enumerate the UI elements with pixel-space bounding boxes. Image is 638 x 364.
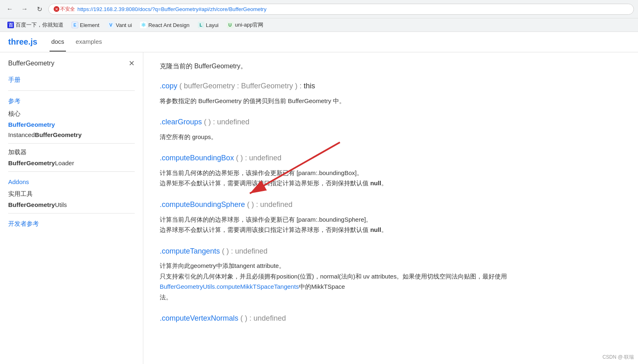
tab-examples[interactable]: examples (74, 32, 104, 52)
sidebar-header: BufferGeometry ✕ (0, 59, 143, 73)
method-cleargroups-link[interactable]: .clearGroups (160, 118, 202, 126)
sidebar-item-buffer-geometry[interactable]: BufferGeometry (0, 119, 143, 130)
sidebar-item-dev-reference[interactable]: 开发者参考 (0, 217, 143, 231)
method-computetangents: .computeTangents ( ) : undefined 计算并向此ge… (160, 245, 622, 303)
method-cleargroups-params: ( ) : undefined (204, 118, 249, 126)
method-computeboundingsphere-params: ( ) : undefined (247, 200, 292, 209)
element-icon: E (72, 22, 78, 28)
sidebar-group-utils: 实用工具 (0, 189, 143, 200)
url-text: https://192.168.2.39:8080/docs/?q=Buffer… (77, 6, 267, 12)
bookmark-react-ant-label: React Ant Design (148, 22, 189, 28)
method-computevertexnormals-link[interactable]: .computeVertexNormals (160, 314, 238, 322)
back-button[interactable]: ← (4, 3, 16, 15)
method-copy-desc: 将参数指定的 BufferGeometry 的值拷贝到当前 BufferGeom… (160, 96, 622, 106)
method-computeboundingsphere-desc1: 计算当前几何体的的边界球形，该操作会更新已有 [param:.boundingS… (160, 214, 622, 225)
sidebar-title: BufferGeometry (8, 60, 54, 67)
method-computevertexnormals: .computeVertexNormals ( ) : undefined (160, 312, 622, 325)
vant-icon: V (108, 22, 114, 28)
sidebar-group-loaders: 加载器 (0, 147, 143, 158)
bookmark-element[interactable]: E Element (68, 20, 103, 29)
bookmark-vant-label: Vant ui (116, 22, 132, 28)
baidu-icon: 百 (7, 22, 14, 28)
sidebar-item-buffer-geometry-utils[interactable]: BufferGeometryUtils (0, 200, 143, 210)
method-copy-signature: .copy ( bufferGeometry : BufferGeometry … (160, 80, 622, 92)
method-copy-params: ( bufferGeometry : BufferGeometry ) : (179, 82, 303, 90)
forward-button[interactable]: → (19, 3, 30, 15)
bookmark-layui-label: Layui (206, 22, 219, 28)
method-copy: .copy ( bufferGeometry : BufferGeometry … (160, 80, 622, 106)
method-computeboundingbox-desc2: 边界矩形不会默认计算，需要调用该接口指定计算边界矩形，否则保持默认值 null。 (160, 178, 622, 189)
site-header: three.js docs examples (0, 32, 638, 52)
sidebar-item-addons[interactable]: Addons (0, 175, 143, 189)
reload-button[interactable]: ↻ (34, 3, 45, 15)
divider-1 (8, 90, 135, 91)
buffer-geometry-utils-link[interactable]: BufferGeometryUtils.computeMikkTSpaceTan… (160, 283, 299, 290)
bookmark-vant[interactable]: V Vant ui (104, 20, 136, 29)
site-logo[interactable]: three.js (8, 37, 37, 47)
layui-icon: L (198, 22, 204, 28)
bookmark-react-ant[interactable]: ⚛ React Ant Design (137, 20, 192, 29)
browser-toolbar: ← → ↻ ✕ 不安全 https://192.168.2.39:8080/do… (0, 0, 638, 18)
content-area: BufferGeometry ✕ 手册 参考 核心 BufferGeometry… (0, 52, 638, 364)
method-computetangents-desc3: 法。 (160, 292, 622, 303)
divider-2 (8, 143, 135, 144)
sidebar-item-instanced-buffer-geometry[interactable]: InstancedBufferGeometry (0, 130, 143, 140)
method-computetangents-params: ( ) : undefined (222, 247, 267, 255)
bookmark-element-label: Element (80, 22, 100, 28)
csdn-watermark: CSDN @·联瑞 (602, 354, 634, 361)
doc-content: 克隆当前的 BufferGeometry。 .copy ( bufferGeom… (143, 52, 638, 364)
method-computeboundingbox-signature: .computeBoundingBox ( ) : undefined (160, 152, 622, 164)
method-copy-return: this (304, 82, 315, 90)
method-computeboundingsphere-signature: .computeBoundingSphere ( ) : undefined (160, 198, 622, 211)
sidebar-item-instanced-label: InstancedBufferGeometry (8, 131, 81, 138)
security-label: 不安全 (60, 6, 75, 13)
method-cleargroups: .clearGroups ( ) : undefined 清空所有的 group… (160, 116, 622, 142)
method-computeboundingbox-desc1: 计算当前几何体的的边界矩形，该操作会更新已有 [param:.boundingB… (160, 168, 622, 178)
method-computeboundingsphere-link[interactable]: .computeBoundingSphere (160, 200, 245, 209)
method-cleargroups-desc: 清空所有的 groups。 (160, 132, 622, 142)
uniapp-icon: U (227, 22, 233, 28)
method-computevertexnormals-signature: .computeVertexNormals ( ) : undefined (160, 312, 622, 325)
method-computeboundingbox: .computeBoundingBox ( ) : undefined 计算当前… (160, 152, 622, 189)
sidebar-item-loader-label: BufferGeometryLoader (8, 160, 74, 166)
sidebar: BufferGeometry ✕ 手册 参考 核心 BufferGeometry… (0, 52, 143, 364)
react-ant-icon: ⚛ (140, 22, 147, 28)
method-computetangents-link[interactable]: .computeTangents (160, 247, 220, 255)
browser-chrome: ← → ↻ ✕ 不安全 https://192.168.2.39:8080/do… (0, 0, 638, 32)
bookmark-uniapp[interactable]: U uni-app官网 (224, 20, 267, 30)
method-cleargroups-signature: .clearGroups ( ) : undefined (160, 116, 622, 128)
security-icon: ✕ (54, 6, 59, 12)
address-bar[interactable]: ✕ 不安全 https://192.168.2.39:8080/docs/?q=… (48, 4, 634, 15)
bookmark-baidu[interactable]: 百 百度一下，你就知道 (4, 20, 67, 30)
divider-3 (8, 171, 135, 172)
sidebar-group-core: 核心 (0, 108, 143, 119)
app-layout: three.js docs examples BufferGeometry ✕ … (0, 32, 638, 364)
method-computetangents-desc2: 只支持索引化的几何体对象，并且必须拥有position(位置)，normal(法… (160, 271, 622, 292)
method-computetangents-signature: .computeTangents ( ) : undefined (160, 245, 622, 258)
method-computevertexnormals-params: ( ) : undefined (240, 314, 286, 322)
bookmarks-bar: 百 百度一下，你就知道 E Element V Vant ui ⚛ React … (0, 18, 638, 31)
divider-4 (8, 213, 135, 213)
doc-intro: 克隆当前的 BufferGeometry。 (160, 61, 622, 72)
method-computetangents-desc1: 计算并向此geometry中添加tangent attribute。 (160, 261, 622, 271)
sidebar-item-reference[interactable]: 参考 (0, 94, 143, 108)
bookmark-baidu-label: 百度一下，你就知道 (16, 21, 63, 29)
method-computeboundingbox-params: ( ) : undefined (236, 154, 281, 162)
tab-docs[interactable]: docs (50, 32, 66, 52)
security-badge: ✕ 不安全 (54, 6, 75, 13)
sidebar-close-button[interactable]: ✕ (129, 59, 135, 68)
sidebar-item-handbook[interactable]: 手册 (0, 73, 143, 87)
sidebar-item-buffer-geometry-loader[interactable]: BufferGeometryLoader (0, 158, 143, 168)
method-copy-link[interactable]: .copy (160, 82, 177, 90)
method-computeboundingsphere-desc2: 边界球形不会默认计算，需要调用该接口指定计算边界球形，否则保持默认值 null。 (160, 225, 622, 235)
sidebar-item-buffer-geometry-label: BufferGeometry (8, 121, 55, 128)
method-computeboundingsphere: .computeBoundingSphere ( ) : undefined 计… (160, 198, 622, 235)
sidebar-item-utils-label: BufferGeometryUtils (8, 201, 67, 208)
site-nav: docs examples (50, 32, 104, 52)
method-computeboundingbox-link[interactable]: .computeBoundingBox (160, 154, 234, 162)
bookmark-uniapp-label: uni-app官网 (235, 21, 263, 29)
bookmark-layui[interactable]: L Layui (195, 20, 222, 29)
